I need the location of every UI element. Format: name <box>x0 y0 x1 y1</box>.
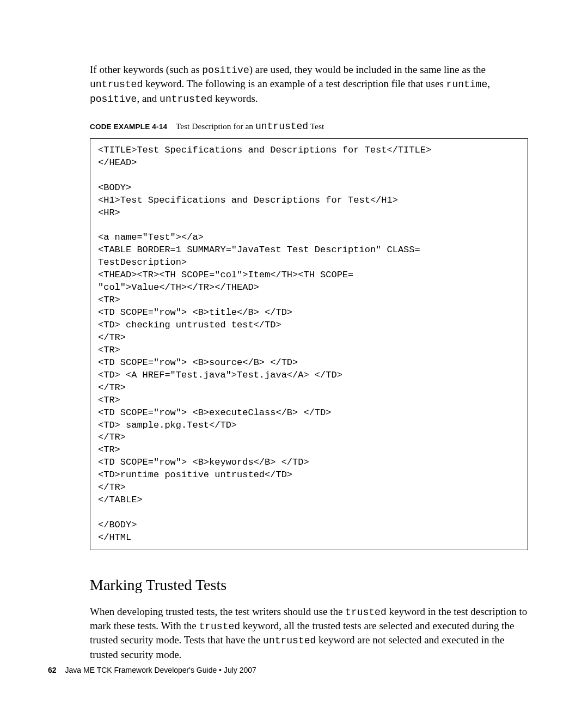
intro-code: untrusted <box>90 79 143 90</box>
intro-text: keywords. <box>212 93 258 104</box>
section-paragraph: When developing trusted tests, the test … <box>90 605 528 662</box>
intro-text: , and <box>137 93 160 104</box>
intro-code: untrusted <box>160 94 212 105</box>
intro-paragraph: If other keywords (such as positive) are… <box>90 63 528 106</box>
section-code: untrusted <box>263 635 316 646</box>
code-caption-text: Test <box>308 121 324 131</box>
page: If other keywords (such as positive) are… <box>0 0 588 706</box>
section-code: trusted <box>199 621 240 632</box>
intro-code: positive <box>90 94 137 105</box>
code-caption-mono: untrusted <box>255 121 308 132</box>
page-number: 62 <box>48 666 57 674</box>
intro-code: positive <box>202 65 249 76</box>
section-text: When developing trusted tests, the test … <box>90 606 345 617</box>
page-footer: 62Java ME TCK Framework Developer's Guid… <box>48 666 256 674</box>
section-heading: Marking Trusted Tests <box>90 576 528 594</box>
intro-text: ) are used, they would be included in th… <box>249 64 486 75</box>
intro-text: , <box>487 78 490 89</box>
code-example-box: <TITLE>Test Specifications and Descripti… <box>90 138 528 550</box>
code-listing: <TITLE>Test Specifications and Descripti… <box>98 144 520 544</box>
section-code: trusted <box>345 607 387 618</box>
code-caption: CODE EXAMPLE 4-14 Test Description for a… <box>90 121 528 132</box>
code-caption-text: Test Description for an <box>176 121 255 131</box>
intro-text: If other keywords (such as <box>90 64 202 75</box>
code-caption-label: CODE EXAMPLE 4-14 <box>90 123 167 131</box>
intro-text: keyword. The following is an example of … <box>143 78 446 89</box>
intro-code: runtime <box>446 79 488 90</box>
footer-text: Java ME TCK Framework Developer's Guide … <box>65 666 256 674</box>
